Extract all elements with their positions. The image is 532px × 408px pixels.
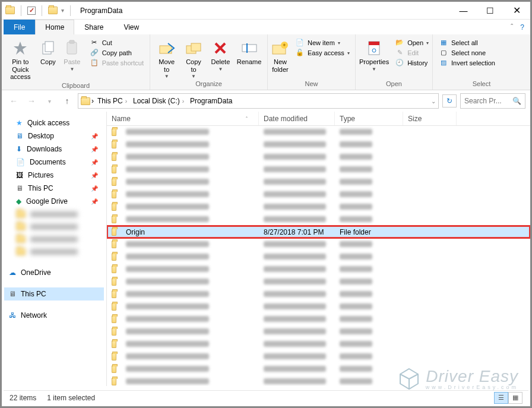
pc-icon: 🖥 bbox=[9, 290, 16, 298]
col-date-header[interactable]: Date modified bbox=[259, 112, 335, 125]
downloads-icon: ⬇ bbox=[16, 145, 22, 153]
tab-home[interactable]: Home bbox=[35, 20, 74, 34]
copy-button[interactable]: Copy bbox=[37, 37, 59, 67]
pin-icon: 📌 bbox=[91, 198, 98, 205]
nav-google-drive[interactable]: ◆Google Drive📌 bbox=[4, 195, 104, 208]
copy-to-button[interactable]: Copy to▼ bbox=[180, 37, 206, 80]
nav-documents[interactable]: 📄Documents📌 bbox=[4, 156, 104, 169]
properties-button[interactable]: Properties▼ bbox=[359, 37, 389, 73]
copy-path-button[interactable]: 🔗Copy path bbox=[87, 48, 146, 57]
history-button[interactable]: 🕘History bbox=[392, 58, 431, 67]
col-size-header[interactable]: Size bbox=[403, 112, 457, 125]
file-row-blurred[interactable] bbox=[107, 301, 530, 313]
qat-overflow-icon[interactable]: ▾ bbox=[61, 7, 64, 14]
nav-onedrive[interactable]: ☁OneDrive bbox=[4, 266, 104, 279]
svg-rect-4 bbox=[69, 40, 74, 43]
breadcrumb-this-pc[interactable]: This PC› bbox=[95, 97, 129, 105]
col-name-header[interactable]: Nameˆ bbox=[107, 112, 259, 125]
select-none-button[interactable]: ▢Select none bbox=[436, 48, 498, 57]
svg-rect-2 bbox=[45, 42, 53, 52]
window-title: ProgramData bbox=[77, 7, 122, 15]
details-view-button[interactable]: ☰ bbox=[494, 392, 508, 404]
svg-rect-3 bbox=[67, 42, 77, 54]
file-row-blurred[interactable] bbox=[107, 350, 530, 363]
nav-downloads[interactable]: ⬇Downloads📌 bbox=[4, 143, 104, 156]
close-button[interactable]: ✕ bbox=[504, 2, 530, 20]
sort-asc-icon: ˆ bbox=[246, 116, 248, 122]
large-icons-view-button[interactable]: ▦ bbox=[508, 392, 522, 404]
nav-blurred-item[interactable] bbox=[4, 208, 104, 220]
svg-marker-0 bbox=[14, 42, 27, 55]
pin-icon: 📌 bbox=[91, 172, 98, 179]
file-row-blurred[interactable] bbox=[107, 213, 530, 226]
file-row-blurred[interactable] bbox=[107, 201, 530, 213]
ribbon-collapse-icon[interactable]: ˆ bbox=[511, 23, 513, 31]
rename-button[interactable]: Rename bbox=[235, 37, 264, 67]
nav-blurred-item[interactable] bbox=[4, 220, 104, 233]
nav-this-pc[interactable]: 🖥This PC bbox=[4, 287, 104, 301]
history-icon: 🕘 bbox=[395, 59, 404, 67]
navigation-pane: ★Quick access 🖥Desktop📌 ⬇Downloads📌 📄Doc… bbox=[2, 112, 107, 386]
move-to-button[interactable]: Move to▼ bbox=[154, 37, 179, 80]
file-row-blurred[interactable] bbox=[107, 338, 530, 350]
back-button[interactable]: ← bbox=[7, 94, 21, 108]
svg-rect-7 bbox=[191, 43, 201, 51]
easy-access-button[interactable]: 🔓Easy access ▾ bbox=[293, 48, 352, 57]
file-row-blurred[interactable] bbox=[107, 313, 530, 325]
nav-quick-access[interactable]: ★Quick access bbox=[4, 116, 104, 129]
file-row-blurred[interactable] bbox=[107, 375, 530, 386]
tab-file[interactable]: File bbox=[4, 20, 35, 34]
file-row-blurred[interactable] bbox=[107, 126, 530, 138]
file-row-blurred[interactable] bbox=[107, 276, 530, 288]
search-input[interactable]: Search Pr... 🔍 bbox=[460, 93, 525, 109]
paste-button: Paste ▼ bbox=[61, 37, 83, 73]
qat-properties-icon[interactable]: ✓ bbox=[27, 7, 36, 15]
forward-button: → bbox=[24, 94, 39, 108]
new-item-icon: 📄 bbox=[295, 39, 305, 46]
breadcrumb-local-disk[interactable]: Local Disk (C:)› bbox=[131, 97, 186, 105]
nav-this-pc-pinned[interactable]: 🖥This PC📌 bbox=[4, 182, 104, 195]
file-row-blurred[interactable] bbox=[107, 176, 530, 188]
nav-blurred-item[interactable] bbox=[4, 233, 104, 245]
delete-button[interactable]: Delete▼ bbox=[208, 37, 233, 73]
help-icon[interactable]: ? bbox=[520, 23, 524, 31]
file-row-blurred[interactable] bbox=[107, 363, 530, 375]
file-row-blurred[interactable] bbox=[107, 238, 530, 251]
refresh-button[interactable]: ↻ bbox=[442, 94, 457, 107]
file-row-blurred[interactable] bbox=[107, 188, 530, 201]
up-button[interactable]: ↑ bbox=[60, 94, 74, 108]
select-none-icon: ▢ bbox=[439, 49, 448, 56]
file-row-blurred[interactable] bbox=[107, 251, 530, 263]
network-icon: 🖧 bbox=[9, 311, 16, 320]
app-folder-icon bbox=[5, 7, 15, 14]
maximize-button[interactable]: ☐ bbox=[477, 2, 504, 20]
tab-view[interactable]: View bbox=[113, 20, 149, 34]
file-row-blurred[interactable] bbox=[107, 151, 530, 163]
file-row-origin[interactable]: Origin8/27/2018 7:01 PMFile folder bbox=[107, 226, 530, 238]
new-item-button[interactable]: 📄New item ▾ bbox=[293, 38, 352, 47]
file-row-blurred[interactable] bbox=[107, 325, 530, 338]
invert-selection-button[interactable]: ▨Invert selection bbox=[436, 58, 498, 67]
nav-network[interactable]: 🖧Network bbox=[4, 309, 104, 322]
select-all-button[interactable]: ▦Select all bbox=[436, 38, 498, 47]
open-button[interactable]: 📂Open ▾ bbox=[392, 38, 431, 47]
breadcrumb[interactable]: › This PC› Local Disk (C:)› ProgramData … bbox=[78, 93, 439, 109]
nav-desktop[interactable]: 🖥Desktop📌 bbox=[4, 129, 104, 143]
file-row-blurred[interactable] bbox=[107, 288, 530, 301]
new-folder-button[interactable]: ✦ New folder bbox=[271, 37, 289, 74]
col-type-header[interactable]: Type bbox=[335, 112, 403, 125]
file-row-blurred[interactable] bbox=[107, 163, 530, 176]
nav-pictures[interactable]: 🖼Pictures📌 bbox=[4, 169, 104, 182]
nav-blurred-item[interactable] bbox=[4, 245, 104, 258]
tab-share[interactable]: Share bbox=[74, 20, 113, 34]
cut-button[interactable]: ✂Cut bbox=[87, 38, 146, 47]
minimize-button[interactable]: — bbox=[450, 2, 477, 20]
address-bar: ← → ▾ ↑ › This PC› Local Disk (C:)› Prog… bbox=[2, 90, 530, 112]
file-row-blurred[interactable] bbox=[107, 138, 530, 151]
pin-to-quick-access-button[interactable]: Pin to Quick access bbox=[5, 37, 36, 82]
breadcrumb-programdata[interactable]: ProgramData bbox=[188, 97, 235, 105]
recent-locations-button[interactable]: ▾ bbox=[42, 94, 56, 108]
qat-folder-icon[interactable] bbox=[48, 7, 58, 14]
breadcrumb-dropdown-icon[interactable]: ⌄ bbox=[431, 98, 436, 105]
file-row-blurred[interactable] bbox=[107, 263, 530, 276]
